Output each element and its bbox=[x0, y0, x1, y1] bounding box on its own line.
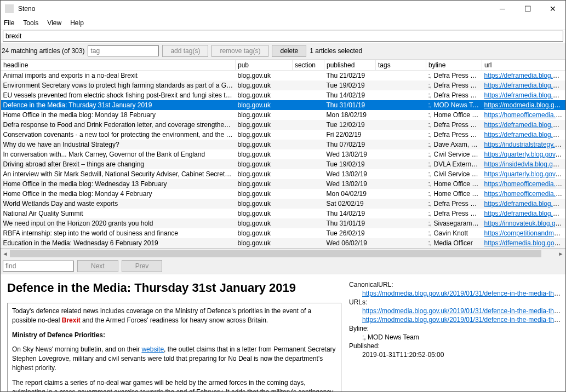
titlebar[interactable]: Steno ─ ☐ ✕ bbox=[1, 1, 565, 17]
article-link-website[interactable]: website bbox=[141, 345, 164, 353]
row-url-link[interactable]: https://dfemedia.blog.gov.uk/2019/02/ bbox=[484, 239, 565, 247]
table-row[interactable]: Home Office in the media blog: Monday 18… bbox=[1, 110, 565, 120]
article-pane: Defence in the Media: Thursday 31st Janu… bbox=[1, 274, 348, 391]
table-row[interactable]: Why do we have an Industrial Strategy?bl… bbox=[1, 140, 565, 149]
find-next-button[interactable]: Next bbox=[77, 260, 118, 272]
row-url-link[interactable]: https://competitionandmarkets.blog.go bbox=[484, 229, 565, 237]
row-url-link[interactable]: https://insidedvla.blog.gov.uk/2019/02 bbox=[484, 160, 565, 168]
meta-canonical-url: https://modmedia.blog.gov.uk/2019/01/31/… bbox=[349, 290, 561, 297]
row-url-link[interactable]: https://deframedia.blog.gov.uk/2019/0 bbox=[484, 121, 565, 129]
scroll-left-arrow[interactable]: ◄ bbox=[1, 249, 10, 258]
horizontal-scrollbar[interactable]: ◄ ► bbox=[1, 249, 565, 258]
meta-published-value: 2019-01-31T11:20:52-05:00 bbox=[349, 351, 561, 359]
table-row[interactable]: RBFA internship: step into the world of … bbox=[1, 228, 565, 238]
row-url-link[interactable]: https://deframedia.blog.gov.uk/2019/0 bbox=[484, 91, 565, 99]
article-subhead: Ministry of Defence Priorities: bbox=[12, 331, 336, 340]
article-title: Defence in the Media: Thursday 31st Janu… bbox=[7, 281, 341, 295]
menu-file[interactable]: File bbox=[4, 19, 14, 27]
table-row[interactable]: Environment Secretary vows to protect hi… bbox=[1, 80, 565, 90]
row-url-link[interactable]: https://quarterly.blog.gov.uk/2019/02/ bbox=[484, 151, 565, 158]
scroll-right-arrow[interactable]: ► bbox=[556, 249, 565, 258]
table-row[interactable]: We need input on the Horizon 2020 grants… bbox=[1, 218, 565, 228]
menu-tools[interactable]: Tools bbox=[23, 19, 38, 27]
table-row[interactable]: Animal imports and exports in a no-deal … bbox=[1, 71, 565, 81]
row-url-link[interactable]: https://quarterly.blog.gov.uk/2019/02/ bbox=[484, 170, 565, 178]
minimize-button[interactable]: ─ bbox=[490, 1, 515, 17]
delete-button[interactable]: delete bbox=[272, 45, 306, 57]
row-url-link[interactable]: https://homeofficemedia.blog.gov.uk/2 bbox=[484, 180, 565, 188]
row-url-link[interactable]: https://modmedia.blog.gov.uk/2019/01 bbox=[484, 101, 565, 109]
meta-url-1: https://modmedia.blog.gov.uk/2019/01/31/… bbox=[349, 307, 561, 315]
row-url-link[interactable]: https://homeofficemedia.blog.gov.uk/2 bbox=[484, 190, 565, 198]
meta-url-2: https://modmedia.blog.gov.uk/2019/01/31/… bbox=[349, 316, 561, 324]
row-url-link[interactable]: https://deframedia.blog.gov.uk/2019/0 bbox=[484, 200, 565, 207]
meta-byline-value: :, MOD News Team bbox=[349, 333, 561, 341]
maximize-button[interactable]: ☐ bbox=[515, 1, 540, 17]
table-row[interactable]: National Air Quality Summitblog.gov.ukTh… bbox=[1, 209, 565, 218]
remove-tags-button[interactable]: remove tag(s) bbox=[211, 45, 268, 57]
table-row[interactable]: World Wetlands Day and waste exportsblog… bbox=[1, 199, 565, 209]
table-row[interactable]: Conservation covenants - a new tool for … bbox=[1, 130, 565, 140]
row-url-link[interactable]: https://industrialstrategy.blog.gov.uk/2 bbox=[484, 141, 565, 148]
col-byline[interactable]: byline bbox=[426, 60, 482, 71]
selected-count: 1 articles selected bbox=[310, 47, 362, 55]
app-icon bbox=[5, 4, 14, 13]
article-body[interactable]: Today's defence related news includes co… bbox=[7, 303, 341, 391]
article-p2: On Sky News' morning bulletin, and on th… bbox=[12, 345, 336, 372]
table-row[interactable]: Driving abroad after Brexit – things are… bbox=[1, 159, 565, 169]
app-window: Steno ─ ☐ ✕ File Tools View Help 24 matc… bbox=[0, 0, 566, 392]
scroll-thumb[interactable] bbox=[10, 250, 541, 257]
row-url-link[interactable]: https://deframedia.blog.gov.uk/2019/0 bbox=[484, 210, 565, 217]
menu-view[interactable]: View bbox=[47, 19, 61, 27]
find-prev-button[interactable]: Prev bbox=[122, 260, 163, 272]
col-published[interactable]: published bbox=[324, 60, 376, 71]
highlight-brexit: Brexit bbox=[62, 316, 81, 324]
header-row: headline pub section published tags byli… bbox=[1, 60, 565, 71]
article-p3: The report claims a series of no-deal wa… bbox=[12, 378, 336, 391]
row-url-link[interactable]: https://innovateuk.blog.gov.uk/2019/0 bbox=[484, 220, 565, 227]
matching-count: 24 matching articles (of 303) bbox=[2, 47, 84, 55]
row-url-link[interactable]: https://deframedia.blog.gov.uk/2019/0 bbox=[484, 131, 565, 139]
close-button[interactable]: ✕ bbox=[540, 1, 565, 17]
add-tags-button[interactable]: add tag(s) bbox=[162, 45, 208, 57]
table-row[interactable]: In conversation with... Mark Carney, Gov… bbox=[1, 149, 565, 159]
meta-byline-label: Byline: bbox=[349, 325, 561, 332]
menu-help[interactable]: Help bbox=[70, 19, 84, 27]
col-tags[interactable]: tags bbox=[376, 60, 426, 71]
table-row[interactable]: Education in the Media: Wednesday 6 Febr… bbox=[1, 238, 565, 248]
table-row[interactable]: Home Office in the media blog: Monday 4 … bbox=[1, 189, 565, 199]
window-controls: ─ ☐ ✕ bbox=[490, 1, 565, 17]
table-row[interactable]: EU vessels prevented from electric shock… bbox=[1, 90, 565, 100]
table-row[interactable]: Defence in the Media: Thursday 31st Janu… bbox=[1, 100, 565, 110]
col-pub[interactable]: pub bbox=[236, 60, 293, 71]
meta-canonical-label: CanonicalURL: bbox=[349, 281, 561, 289]
search-row bbox=[1, 30, 565, 43]
col-headline[interactable]: headline bbox=[1, 60, 236, 71]
detail-pane: Defence in the Media: Thursday 31st Janu… bbox=[1, 274, 565, 391]
find-row: Next Prev bbox=[1, 258, 565, 274]
meta-urls-label: URLs: bbox=[349, 298, 561, 306]
meta-pane: CanonicalURL: https://modmedia.blog.gov.… bbox=[348, 274, 565, 391]
search-input[interactable] bbox=[3, 31, 563, 42]
table-row[interactable]: An interview with Sir Mark Sedwill, Nati… bbox=[1, 169, 565, 179]
meta-published-label: Published: bbox=[349, 342, 561, 350]
results-table-wrap: headline pub section published tags byli… bbox=[1, 60, 565, 249]
row-url-link[interactable]: https://homeofficemedia.blog.gov.uk/2 bbox=[484, 111, 565, 119]
toolbar: 24 matching articles (of 303) add tag(s)… bbox=[1, 43, 565, 60]
menubar: File Tools View Help bbox=[1, 17, 565, 30]
table-row[interactable]: Home Office in the media blog: Wednesday… bbox=[1, 179, 565, 189]
tag-input[interactable] bbox=[88, 45, 159, 56]
col-section[interactable]: section bbox=[293, 60, 324, 71]
article-p1: Today's defence related news includes co… bbox=[12, 307, 336, 325]
table-row[interactable]: Defra response to Food and Drink Federat… bbox=[1, 120, 565, 130]
col-url[interactable]: url bbox=[482, 60, 565, 71]
window-title: Steno bbox=[18, 5, 490, 13]
row-url-link[interactable]: https://deframedia.blog.gov.uk/2019/0 bbox=[484, 72, 565, 79]
find-input[interactable] bbox=[3, 261, 74, 272]
results-table: headline pub section published tags byli… bbox=[1, 60, 565, 248]
row-url-link[interactable]: https://deframedia.blog.gov.uk/2019/0 bbox=[484, 82, 565, 89]
